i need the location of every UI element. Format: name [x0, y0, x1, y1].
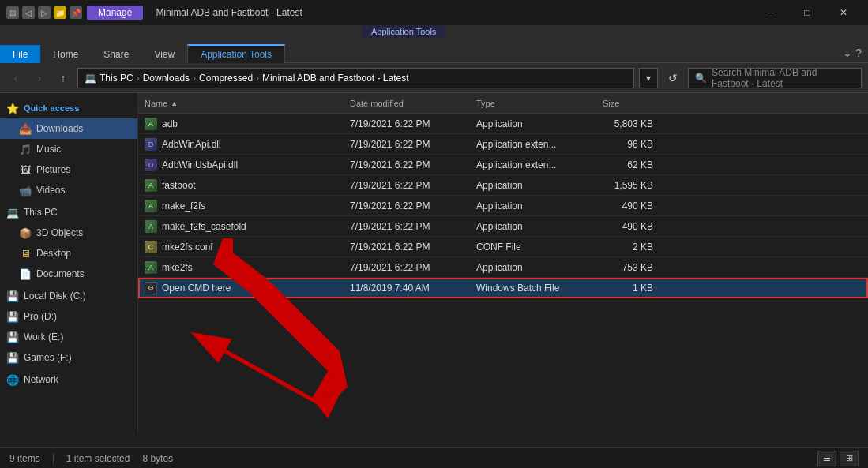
sidebar-item-music[interactable]: 🎵 Music — [0, 139, 137, 159]
path-segment-3[interactable]: Compressed — [199, 73, 253, 84]
file-name: A make_f2fs — [138, 200, 344, 212]
table-row[interactable]: D AdbWinApi.dll 7/19/2021 6:22 PM Applic… — [138, 134, 868, 155]
file-date: 7/19/2021 6:22 PM — [344, 180, 470, 191]
pictures-icon: 🖼 — [19, 164, 32, 176]
table-row[interactable]: ⚙ Open CMD here 11/8/2019 7:40 AM Window… — [138, 278, 868, 298]
file-type: Application exten... — [470, 159, 596, 170]
sidebar-item-pro-d[interactable]: 💾 Pro (D:) — [0, 306, 137, 327]
table-row[interactable]: A make_f2fs 7/19/2021 6:22 PM Applicatio… — [138, 196, 868, 216]
file-size: 753 KB — [596, 262, 659, 273]
col-header-date[interactable]: Date modified — [344, 93, 470, 113]
table-row[interactable]: A mke2fs 7/19/2021 6:22 PM Application 7… — [138, 257, 868, 278]
status-divider-1 — [53, 453, 54, 464]
ribbon-expand-icon[interactable]: ⌄ — [843, 47, 852, 59]
table-row[interactable]: A fastboot 7/19/2021 6:22 PM Application… — [138, 175, 868, 196]
address-path[interactable]: 💻 This PC › Downloads › Compressed › Min… — [77, 68, 634, 88]
sidebar-item-work-e[interactable]: 💾 Work (E:) — [0, 327, 137, 347]
sidebar-work-e-label: Work (E:) — [24, 331, 63, 343]
col-header-type[interactable]: Type — [470, 93, 596, 113]
status-selected: 1 item selected — [66, 453, 130, 464]
quick-access-section: ⭐ Quick access 📥 Downloads 🎵 Music 🖼 Pic… — [0, 98, 137, 200]
title-bar: ⊞ ◁ ▷ 📁 📌 Manage Minimal ADB and Fastboo… — [0, 0, 868, 25]
main-area: ⭐ Quick access 📥 Downloads 🎵 Music 🖼 Pic… — [0, 93, 868, 434]
app-icon: A — [145, 261, 157, 274]
pro-d-icon: 💾 — [6, 311, 19, 323]
drives-section: 💾 Local Disk (C:) 💾 Pro (D:) 💾 Work (E:)… — [0, 286, 137, 368]
forward-quick-icon: ▷ — [38, 6, 51, 19]
quick-access-icon: ⭐ — [6, 103, 19, 114]
view-grid-button[interactable]: ⊞ — [840, 451, 859, 466]
table-row[interactable]: D AdbWinUsbApi.dll 7/19/2021 6:22 PM App… — [138, 155, 868, 175]
file-name: ⚙ Open CMD here — [138, 282, 344, 294]
file-list-header: Name ▲ Date modified Type Size — [138, 93, 868, 114]
back-button[interactable]: ‹ — [6, 69, 25, 88]
sidebar-item-this-pc[interactable]: 💻 This PC — [0, 202, 137, 223]
help-icon[interactable]: ? — [855, 47, 862, 59]
status-item-count: 9 items — [9, 453, 40, 464]
file-name: D AdbWinApi.dll — [138, 138, 344, 151]
path-segment-4[interactable]: Minimal ADB and Fastboot - Latest — [262, 73, 408, 84]
view-list-button[interactable]: ☰ — [817, 451, 836, 466]
search-icon: 🔍 — [695, 73, 707, 84]
sidebar-item-network[interactable]: 🌐 Network — [0, 369, 137, 390]
tab-home[interactable]: Home — [40, 45, 91, 63]
file-size: 2 KB — [596, 241, 659, 253]
forward-button[interactable]: › — [30, 69, 49, 88]
window-icons: ⊞ ◁ ▷ 📁 📌 — [6, 6, 82, 19]
sidebar-item-games-f[interactable]: 💾 Games (F:) — [0, 347, 137, 368]
search-box[interactable]: 🔍 Search Minimal ADB and Fastboot - Late… — [688, 68, 862, 88]
col-header-size[interactable]: Size — [596, 93, 659, 113]
table-row[interactable]: C mke2fs.conf 7/19/2021 6:22 PM CONF Fil… — [138, 237, 868, 257]
documents-icon: 📄 — [19, 268, 32, 280]
maximize-button[interactable]: □ — [789, 0, 825, 25]
path-segment-2[interactable]: Downloads — [143, 73, 190, 84]
file-size: 490 KB — [596, 221, 659, 232]
file-type: CONF File — [470, 241, 596, 253]
file-type: Application — [470, 180, 596, 191]
refresh-button[interactable]: ↺ — [663, 68, 683, 88]
table-row[interactable]: A adb 7/19/2021 6:22 PM Application 5,80… — [138, 114, 868, 134]
status-view-controls: ☰ ⊞ — [817, 451, 859, 466]
sidebar-item-pictures[interactable]: 🖼 Pictures — [0, 159, 137, 180]
file-type: Application exten... — [470, 139, 596, 150]
network-icon: 🌐 — [6, 374, 19, 386]
back-quick-icon: ◁ — [22, 6, 35, 19]
close-button[interactable]: ✕ — [825, 0, 862, 25]
ribbon-wrapper: Application Tools File Home Share View A… — [0, 25, 868, 63]
tab-file[interactable]: File — [0, 45, 40, 63]
table-row[interactable]: A make_f2fs_casefold 7/19/2021 6:22 PM A… — [138, 216, 868, 237]
sidebar-item-documents[interactable]: 📄 Documents — [0, 264, 137, 284]
music-icon: 🎵 — [19, 144, 32, 155]
address-dropdown[interactable]: ▾ — [639, 68, 658, 88]
search-placeholder: Search Minimal ADB and Fastboot - Latest — [712, 67, 855, 89]
work-e-icon: 💾 — [6, 331, 19, 343]
minimize-button[interactable]: ─ — [753, 0, 789, 25]
sidebar-item-desktop[interactable]: 🖥 Desktop — [0, 243, 137, 264]
app-icon: A — [145, 220, 157, 233]
sidebar-item-local-disk[interactable]: 💾 Local Disk (C:) — [0, 286, 137, 306]
tab-share[interactable]: Share — [91, 45, 141, 63]
sidebar-item-videos[interactable]: 📹 Videos — [0, 180, 137, 200]
quick-access-label: Quick access — [24, 103, 79, 113]
sidebar-item-3d-objects[interactable]: 📦 3D Objects — [0, 223, 137, 243]
path-segment-1[interactable]: This PC — [100, 73, 133, 84]
tab-view[interactable]: View — [141, 45, 187, 63]
file-date: 7/19/2021 6:22 PM — [344, 262, 470, 273]
this-pc-icon: 💻 — [6, 207, 19, 219]
file-size: 490 KB — [596, 200, 659, 212]
sidebar-music-label: Music — [36, 144, 61, 155]
sidebar-item-downloads[interactable]: 📥 Downloads — [0, 118, 137, 139]
app-icon: A — [145, 118, 157, 130]
window-controls[interactable]: ─ □ ✕ — [753, 0, 862, 25]
app-icon: A — [145, 200, 157, 212]
sidebar-pictures-label: Pictures — [36, 164, 70, 175]
manage-tab[interactable]: Manage — [87, 6, 143, 20]
3d-objects-icon: 📦 — [19, 227, 32, 239]
col-header-name[interactable]: Name ▲ — [138, 93, 344, 113]
up-button[interactable]: ↑ — [54, 69, 73, 88]
videos-icon: 📹 — [19, 185, 32, 197]
tab-application-tools[interactable]: Application Tools — [187, 44, 285, 63]
conf-icon: C — [145, 241, 157, 253]
file-name: D AdbWinUsbApi.dll — [138, 159, 344, 171]
file-type: Windows Batch File — [470, 283, 596, 294]
